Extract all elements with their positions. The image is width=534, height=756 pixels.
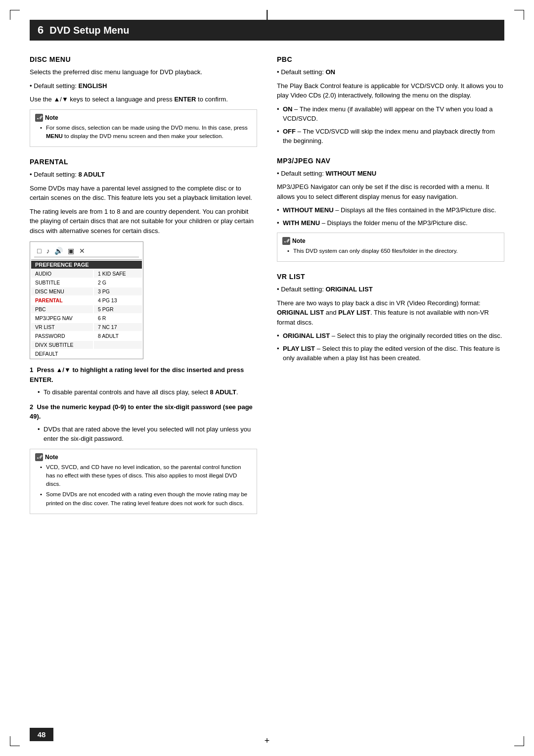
vr-list-bullet-playlist: PLAY LIST – Select this to play the edit… bbox=[277, 344, 504, 363]
mp3-jpeg-intro: MP3/JPEG Navigator can only be set if th… bbox=[277, 182, 504, 201]
mp3-jpeg-note-list: This DVD system can only display 650 fil… bbox=[282, 247, 499, 255]
table-row: PASSWORD8 ADULT bbox=[31, 332, 142, 340]
right-column: PBC Default setting: ON The Play Back Co… bbox=[277, 55, 504, 525]
mp3-jpeg-bullet-without: WITHOUT MENU – Displays all the files co… bbox=[277, 205, 504, 215]
icon-x: ✕ bbox=[79, 247, 85, 255]
icon-disc: □ bbox=[37, 247, 41, 255]
disc-menu-note: 𝒩 Note For some discs, selection can be … bbox=[30, 109, 257, 147]
step-1-bullet: To disable parental controls and have al… bbox=[38, 387, 257, 397]
table-row: DEFAULT bbox=[31, 350, 142, 358]
parental-note-item-1: VCD, SVCD, and CD have no level indicati… bbox=[40, 463, 252, 489]
page-number: 48 bbox=[30, 728, 53, 741]
vr-list-bullet-original: ORIGINAL LIST – Select this to play the … bbox=[277, 331, 504, 341]
chapter-number: 6 bbox=[38, 24, 44, 37]
vr-list-bullets: ORIGINAL LIST – Select this to play the … bbox=[277, 331, 504, 363]
table-row: MP3/JPEG NAV6 R bbox=[31, 314, 142, 322]
table-row: AUDIO1 KID SAFE bbox=[31, 270, 142, 278]
mp3-jpeg-note: 𝒩 Note This DVD system can only display … bbox=[277, 233, 504, 262]
mp3-jpeg-bullet-with: WITH MENU – Displays the folder menu of … bbox=[277, 218, 504, 228]
pbc-bullets: ON – The index menu (if available) will … bbox=[277, 104, 504, 146]
left-column: DISC MENU Selects the preferred disc men… bbox=[30, 55, 257, 525]
icon-note: ♪ bbox=[46, 247, 49, 255]
table-row: SUBTITLE2 G bbox=[31, 279, 142, 286]
chapter-title: DVD Setup Menu bbox=[49, 25, 129, 36]
table-row: PBC5 PGR bbox=[31, 305, 142, 313]
note-icon: 𝒩 bbox=[35, 114, 43, 122]
parental-title: PARENTAL bbox=[30, 158, 257, 166]
preference-table-container: □ ♪ 🔊 ▣ ✕ PREFERENCE PAGE bbox=[30, 241, 257, 359]
pref-table-icons: □ ♪ 🔊 ▣ ✕ bbox=[34, 245, 139, 257]
pbc-bullet-on: ON – The index menu (if available) will … bbox=[277, 104, 504, 124]
table-row: DIVX SUBTITLE bbox=[31, 341, 142, 349]
preference-table: □ ♪ 🔊 ▣ ✕ PREFERENCE PAGE bbox=[30, 241, 143, 359]
corner-br bbox=[514, 736, 524, 746]
disc-menu-default-value: ENGLISH bbox=[79, 82, 107, 90]
mp3-jpeg-note-item: This DVD system can only display 650 fil… bbox=[287, 247, 499, 255]
mp3-jpeg-title: MP3/JPEG NAV bbox=[277, 157, 504, 165]
mp3-jpeg-bullets: WITHOUT MENU – Displays all the files co… bbox=[277, 205, 504, 228]
disc-menu-section: DISC MENU Selects the preferred disc men… bbox=[30, 55, 257, 147]
icon-speaker: 🔊 bbox=[54, 247, 63, 255]
corner-tr bbox=[514, 10, 524, 20]
crosshair-top bbox=[262, 10, 272, 20]
note-icon-2: 𝒩 bbox=[35, 453, 43, 461]
table-row: VR LIST7 NC 17 bbox=[31, 323, 142, 331]
table-row: DISC MENU3 PG bbox=[31, 287, 142, 295]
crosshair-bottom bbox=[265, 736, 270, 746]
pbc-intro: The Play Back Control feature is applica… bbox=[277, 81, 504, 100]
chapter-header: 6 DVD Setup Menu bbox=[30, 20, 504, 41]
pbc-section: PBC Default setting: ON The Play Back Co… bbox=[277, 55, 504, 146]
mp3-jpeg-default: Default setting: WITHOUT MENU bbox=[277, 169, 504, 179]
vr-list-section: VR LIST Default setting: ORIGINAL LIST T… bbox=[277, 273, 504, 363]
disc-menu-title: DISC MENU bbox=[30, 55, 257, 63]
disc-menu-instruction: Use the ▲/▼ keys to select a language an… bbox=[30, 94, 257, 104]
parental-note-item-2: Some DVDs are not encoded with a rating … bbox=[40, 490, 252, 508]
vr-list-default: Default setting: ORIGINAL LIST bbox=[277, 284, 504, 294]
pbc-title: PBC bbox=[277, 55, 504, 63]
parental-default: Default setting: 8 ADULT bbox=[30, 170, 257, 180]
disc-menu-intro: Selects the preferred disc menu language… bbox=[30, 67, 257, 77]
page: 6 DVD Setup Menu DISC MENU Selects the p… bbox=[0, 0, 534, 756]
disc-menu-note-title: 𝒩 Note bbox=[35, 114, 252, 122]
pbc-bullet-off: OFF – The VCD/SVCD will skip the index m… bbox=[277, 127, 504, 146]
mp3-jpeg-section: MP3/JPEG NAV Default setting: WITHOUT ME… bbox=[277, 157, 504, 262]
parental-steps: 1 Press ▲/▼ to highlight a rating level … bbox=[30, 365, 257, 444]
disc-menu-note-item: For some discs, selection can be made us… bbox=[40, 124, 252, 141]
parental-section: PARENTAL Default setting: 8 ADULT Some D… bbox=[30, 158, 257, 514]
parental-note-list: VCD, SVCD, and CD have no level indicati… bbox=[35, 463, 252, 508]
main-content: DISC MENU Selects the preferred disc men… bbox=[30, 55, 504, 525]
vr-list-title: VR LIST bbox=[277, 273, 504, 281]
pbc-default: Default setting: ON bbox=[277, 67, 504, 77]
corner-tl bbox=[10, 10, 20, 20]
disc-menu-default: Default setting: ENGLISH bbox=[30, 81, 257, 91]
parental-note: 𝒩 Note VCD, SVCD, and CD have no level i… bbox=[30, 449, 257, 514]
step-1: 1 Press ▲/▼ to highlight a rating level … bbox=[30, 365, 257, 397]
pref-table-header: PREFERENCE PAGE bbox=[31, 261, 142, 269]
parental-para2: The rating levels are from 1 to 8 and ar… bbox=[30, 207, 257, 236]
vr-list-intro: There are two ways to play back a disc i… bbox=[277, 298, 504, 328]
parental-note-title: 𝒩 Note bbox=[35, 453, 252, 461]
note-icon-3: 𝒩 bbox=[282, 237, 290, 245]
icon-screen: ▣ bbox=[68, 247, 74, 255]
step-2: 2 Use the numeric keypad (0-9) to enter … bbox=[30, 402, 257, 444]
table-row: PARENTAL4 PG 13 bbox=[31, 296, 142, 304]
corner-bl bbox=[10, 736, 20, 746]
parental-para1: Some DVDs may have a parental level assi… bbox=[30, 184, 257, 203]
pref-table-body: AUDIO1 KID SAFE SUBTITLE2 G DISC MENU3 P… bbox=[31, 270, 142, 358]
mp3-jpeg-note-title: 𝒩 Note bbox=[282, 237, 499, 245]
disc-menu-note-list: For some discs, selection can be made us… bbox=[35, 124, 252, 141]
step-2-bullet: DVDs that are rated above the level you … bbox=[38, 425, 257, 444]
